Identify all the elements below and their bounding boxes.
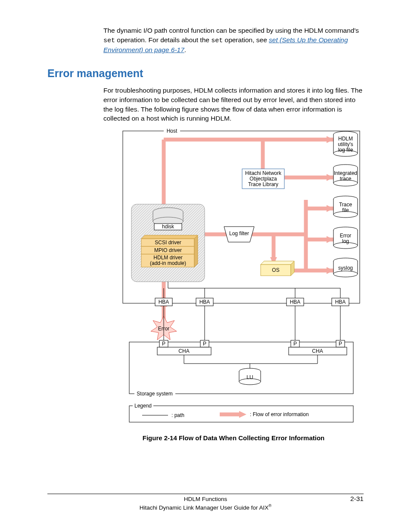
label-hdisk: hdisk <box>162 224 174 230</box>
svg-text:Integrated: Integrated <box>334 170 357 176</box>
svg-marker-9 <box>327 174 334 181</box>
figure-svg: Host hdisk SCSI driver MPIO dri <box>121 127 362 428</box>
cylinder-integrated-trace: Integrated trace <box>333 165 358 186</box>
label-host: Host <box>167 128 177 134</box>
body-paragraph: For troubleshooting purposes, HDLM colle… <box>103 86 364 123</box>
label-cha-2: CHA <box>312 348 323 354</box>
label-mpio: MPIO driver <box>154 247 182 253</box>
label-legend: Legend <box>134 403 152 409</box>
svg-marker-37 <box>261 261 294 264</box>
figure-caption: Figure 2-14 Flow of Data When Collecting… <box>103 434 364 442</box>
figure-2-14: Host hdisk SCSI driver MPIO dri <box>121 127 362 430</box>
label-p-2: P <box>203 341 206 347</box>
svg-text:HDLM: HDLM <box>338 136 353 142</box>
legend-path: : path <box>171 412 184 418</box>
label-p-3: P <box>293 341 297 347</box>
intro-text-4: . <box>184 46 186 53</box>
label-hba-1: HBA <box>159 299 169 305</box>
svg-marker-16 <box>327 236 334 243</box>
svg-marker-6 <box>327 136 334 143</box>
legend-flow: : Flow of error information <box>250 411 309 417</box>
label-hba-2: HBA <box>199 299 210 305</box>
intro-text-3: operation, see <box>223 36 269 44</box>
svg-text:trace: trace <box>340 176 352 182</box>
page-footer: HDLM Functions 2-31 Hitachi Dynamic Link… <box>47 494 364 511</box>
label-storage-system: Storage system <box>137 391 172 397</box>
intro-text-1: The dynamic I/O path control function ca… <box>103 27 359 34</box>
intro-paragraph: The dynamic I/O path control function ca… <box>103 26 364 54</box>
svg-text:log: log <box>342 238 349 244</box>
intro-text-2: operation. For details about the <box>115 36 211 44</box>
label-log-filter: Log filter <box>229 230 249 236</box>
label-cha-1: CHA <box>178 348 189 354</box>
registered-mark: ® <box>268 503 271 508</box>
svg-text:syslog: syslog <box>338 265 353 271</box>
svg-marker-18 <box>327 267 334 274</box>
footer-page-number: 2-31 <box>350 495 364 503</box>
svg-text:Trace: Trace <box>339 202 352 208</box>
label-p-1: P <box>162 341 165 347</box>
svg-text:file: file <box>342 207 349 213</box>
svg-text:utility's: utility's <box>338 141 353 147</box>
label-os: OS <box>272 267 279 273</box>
label-trace-lib3: Trace Library <box>248 181 278 187</box>
code-set-2: set <box>211 37 223 44</box>
svg-text:log file: log file <box>338 147 353 153</box>
svg-marker-33 <box>194 235 198 267</box>
cylinder-syslog: syslog <box>333 258 358 277</box>
label-lu: LU <box>246 374 253 380</box>
svg-marker-32 <box>141 235 198 239</box>
label-hdlm-driver: HDLM driver <box>153 255 182 261</box>
footer-section: HDLM Functions <box>184 496 227 502</box>
svg-point-72 <box>333 271 358 277</box>
label-hba-3: HBA <box>290 299 301 305</box>
svg-text:Error: Error <box>340 233 352 239</box>
footer-book-title: Hitachi Dynamic Link Manager User Guide … <box>140 504 268 510</box>
cylinder-hdlm-utility-log: HDLM utility's log file <box>333 131 358 156</box>
code-set-1: set <box>103 37 115 44</box>
svg-marker-110 <box>239 411 246 418</box>
label-hba-4: HBA <box>335 299 346 305</box>
label-p-4: P <box>339 341 342 347</box>
label-trace-lib2: Objectplaza <box>249 176 277 182</box>
svg-marker-14 <box>327 205 334 212</box>
label-trace-lib1: Hitachi Network <box>245 170 282 176</box>
heading-error-management: Error management <box>47 67 364 80</box>
label-scsi: SCSI driver <box>155 240 181 246</box>
label-hdlm-driver2: (add-in module) <box>150 260 186 266</box>
cylinder-error-log: Error log <box>333 227 358 249</box>
cylinder-trace-file: Trace file <box>333 196 358 218</box>
